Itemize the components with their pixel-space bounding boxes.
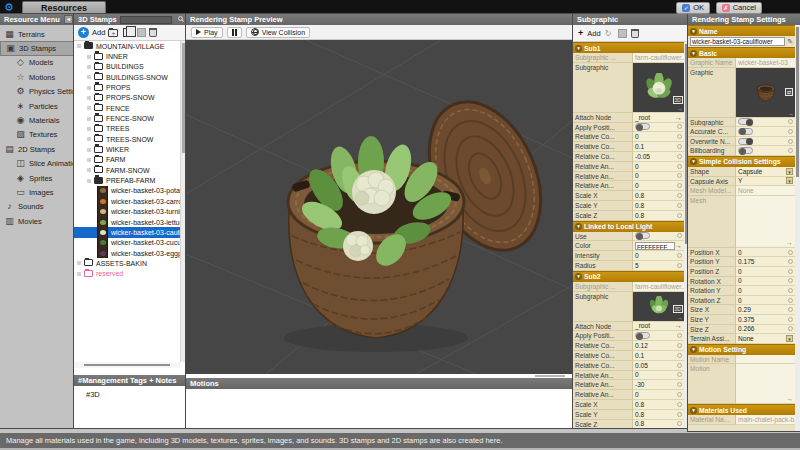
menu-item-movies[interactable]: Movies <box>0 214 74 228</box>
tree-item-wicker-basket-03-eggplant[interactable]: wicker-basket-03-eggplant <box>74 248 180 258</box>
cancel-button[interactable]: Cancel <box>716 2 762 14</box>
property-value[interactable]: 0.375 <box>736 315 795 325</box>
property-value[interactable]: 0 <box>736 296 795 306</box>
menu-item-sprites[interactable]: Sprites <box>0 171 74 185</box>
property-value[interactable]: 0.12 <box>633 341 684 351</box>
play-button[interactable]: Play <box>191 27 223 38</box>
arrow-icon[interactable] <box>675 322 682 329</box>
property-value[interactable] <box>736 137 795 147</box>
add-stamp-icon[interactable] <box>78 27 89 38</box>
section-header-sub1[interactable]: Sub1 <box>573 42 684 53</box>
tree-item-inner[interactable]: INNER <box>74 51 180 61</box>
property-value[interactable]: farm-cauliflower... <box>633 53 684 63</box>
tree-item-wiker[interactable]: WIKER <box>74 144 180 154</box>
expand-stub[interactable] <box>87 148 91 152</box>
property-value[interactable]: 0.8 <box>633 191 684 201</box>
property-value[interactable]: 0 <box>736 248 795 258</box>
property-value[interactable]: 0.8 <box>633 211 684 221</box>
section-header-sub2[interactable]: Sub2 <box>573 271 684 282</box>
ok-button[interactable]: OK <box>676 2 710 14</box>
property-value[interactable]: 0.29 <box>736 305 795 315</box>
menu-item-motions[interactable]: Motions <box>0 70 74 84</box>
tree-item-trees[interactable]: TREES <box>74 124 180 134</box>
tree-item-wicker-basket-03-cucumber[interactable]: wicker-basket-03-cucumber <box>74 238 180 248</box>
preview-viewport[interactable] <box>186 40 573 374</box>
expand-stub[interactable] <box>87 75 91 79</box>
tree-horizontal-scrollbar[interactable] <box>74 362 180 368</box>
menu-item-particles[interactable]: Particles <box>0 99 74 113</box>
property-value[interactable]: 0.1 <box>633 351 684 361</box>
menu-item-sounds[interactable]: Sounds <box>0 200 74 214</box>
tree-item-trees-snow[interactable]: TREES-SNOW <box>74 134 180 144</box>
property-value[interactable] <box>736 146 795 156</box>
tree-item-wicker-basket-03-cauliflower[interactable]: wicker-basket-03-cauliflower <box>74 227 180 237</box>
menu-item-2d-stamps[interactable]: 2D Stamps <box>0 142 74 156</box>
property-value[interactable]: 0.1 <box>633 142 684 152</box>
resources-tab[interactable]: Resources <box>22 1 106 14</box>
pause-button[interactable] <box>227 27 242 38</box>
color-value-input[interactable]: FFFFFFFF <box>635 242 675 250</box>
property-value[interactable]: _root <box>633 113 684 123</box>
add-subgraphic-label[interactable]: Add <box>587 29 600 38</box>
swap-graphic-icon[interactable] <box>785 88 793 96</box>
refresh-icon[interactable] <box>605 29 612 38</box>
expand-stub[interactable] <box>87 65 91 69</box>
expand-stub[interactable] <box>87 96 91 100</box>
expand-stub[interactable] <box>87 106 91 110</box>
property-value[interactable]: 3D <box>633 292 684 322</box>
delete-icon[interactable] <box>149 28 157 37</box>
toggle-switch[interactable] <box>635 123 650 130</box>
property-value[interactable]: None <box>736 334 795 344</box>
property-value[interactable]: -30 <box>633 380 684 390</box>
property-value[interactable] <box>736 127 795 137</box>
expand-stub[interactable] <box>87 86 91 90</box>
property-value[interactable]: -0.05 <box>633 152 684 162</box>
tree-item-fence-snow[interactable]: FENCE-SNOW <box>74 113 180 123</box>
motions-content[interactable] <box>186 389 573 428</box>
tree-item-wicker-basket-03-potato[interactable]: wicker-basket-03-potato <box>74 186 180 196</box>
property-value[interactable] <box>736 355 795 365</box>
property-value[interactable] <box>736 68 795 118</box>
add-stamp-label[interactable]: Add <box>92 28 105 37</box>
view-collision-button[interactable]: View Collision <box>246 27 310 38</box>
toggle-switch[interactable] <box>635 332 650 339</box>
toggle-switch[interactable] <box>635 232 650 239</box>
settings-scrollbar[interactable] <box>795 25 800 431</box>
tree-item-farm-snow[interactable]: FARM-SNOW <box>74 165 180 175</box>
arrow-icon[interactable] <box>786 239 793 246</box>
delete-icon[interactable] <box>631 29 639 38</box>
property-value[interactable] <box>633 331 684 341</box>
expand-stub[interactable] <box>87 158 91 162</box>
expand-stub[interactable] <box>87 127 91 131</box>
expand-stub[interactable] <box>87 168 91 172</box>
property-value[interactable]: 0.05 <box>633 361 684 371</box>
tree-item-wicker-basket-03-carrote[interactable]: wicker-basket-03-carrote <box>74 196 180 206</box>
dropdown-icon[interactable] <box>786 168 793 175</box>
expand-stub[interactable] <box>87 137 91 141</box>
property-value[interactable]: 0.8 <box>633 410 684 420</box>
property-value[interactable]: 0 <box>736 286 795 296</box>
menu-item-slice-animation[interactable]: Slice Animation <box>0 157 74 171</box>
property-value[interactable]: 0.8 <box>633 201 684 211</box>
section-header-linked-to-local-light[interactable]: Linked to Local Light <box>573 221 684 232</box>
toggle-switch[interactable] <box>738 138 753 145</box>
arrow-icon[interactable] <box>675 242 682 249</box>
tree-item-fence[interactable]: FENCE <box>74 103 180 113</box>
property-value[interactable]: main-chalet-pack-b... <box>736 415 795 425</box>
tree-item-reserved[interactable]: reserved <box>74 269 180 279</box>
toggle-switch[interactable] <box>738 147 753 154</box>
property-value[interactable]: farm-cauliflower... <box>633 282 684 292</box>
dropdown-icon[interactable] <box>786 335 793 342</box>
menu-item-3d-stamps[interactable]: 3D Stamps <box>0 41 74 55</box>
menu-item-images[interactable]: Images <box>0 185 74 199</box>
property-value[interactable]: Capsule <box>736 167 795 177</box>
menu-item-models[interactable]: Models <box>0 56 74 70</box>
section-header-materials-used[interactable]: Materials Used <box>688 404 795 415</box>
toggle-switch[interactable] <box>738 118 753 125</box>
tree-item-farm[interactable]: FARM <box>74 155 180 165</box>
management-tags-content[interactable]: #3D <box>74 386 186 428</box>
tree-item-props[interactable]: PROPS <box>74 82 180 92</box>
property-value[interactable]: None <box>736 186 795 196</box>
property-value[interactable]: 0 <box>633 390 684 400</box>
expand-stub[interactable] <box>87 179 91 183</box>
